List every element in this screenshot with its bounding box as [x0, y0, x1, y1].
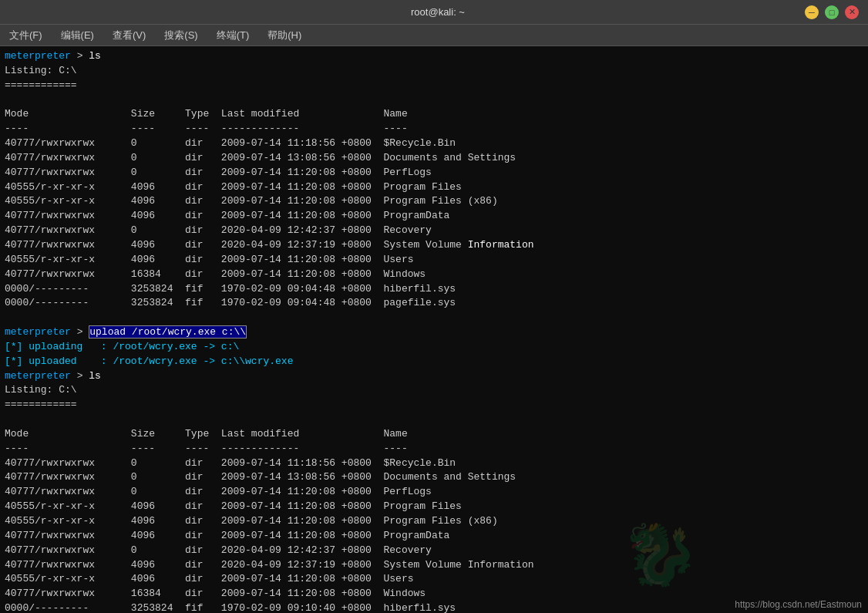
terminal-content: meterpreter > ls Listing: C:\ ==========…: [5, 49, 863, 613]
terminal[interactable]: 🐉 meterpreter > ls Listing: C:\ ========…: [0, 46, 868, 613]
menu-view[interactable]: 查看(V): [109, 27, 149, 44]
minimize-button[interactable]: ─: [805, 5, 819, 19]
maximize-button[interactable]: □: [825, 5, 839, 19]
menu-search[interactable]: 搜索(S): [161, 27, 200, 44]
menu-file[interactable]: 文件(F): [6, 27, 45, 44]
url-label: https://blog.csdn.net/Eastmoun: [735, 599, 862, 610]
titlebar: root@kali: ~ ─ □ ✕: [0, 0, 868, 25]
close-button[interactable]: ✕: [845, 5, 859, 19]
menu-edit[interactable]: 编辑(E): [58, 27, 97, 44]
titlebar-controls: ─ □ ✕: [805, 5, 859, 19]
titlebar-title: root@kali: ~: [71, 6, 805, 18]
menu-help[interactable]: 帮助(H): [264, 27, 304, 44]
menu-terminal[interactable]: 终端(T): [214, 27, 253, 44]
menubar: 文件(F) 编辑(E) 查看(V) 搜索(S) 终端(T) 帮助(H): [0, 25, 868, 46]
